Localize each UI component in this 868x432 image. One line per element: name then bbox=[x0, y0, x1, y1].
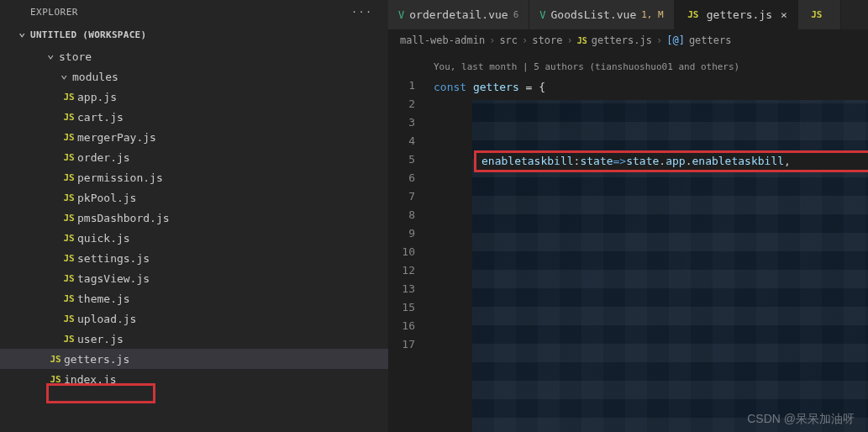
file-item[interactable]: JSorder.js bbox=[0, 147, 388, 167]
explorer-title: EXPLORER bbox=[30, 7, 78, 18]
line-number: 12 bbox=[388, 261, 415, 280]
code-line-1[interactable]: const getters = { bbox=[430, 78, 868, 97]
breadcrumb-part[interactable]: mall-web-admin bbox=[400, 34, 485, 46]
code-area[interactable]: You, last month | 5 authors (tianshuoshu… bbox=[430, 51, 868, 432]
file-item[interactable]: JSsettings.js bbox=[0, 248, 388, 268]
line-number: 10 bbox=[388, 243, 415, 261]
file-label: upload.js bbox=[77, 313, 136, 325]
file-item[interactable]: JSapp.js bbox=[0, 87, 388, 107]
breadcrumb-part[interactable]: store bbox=[532, 34, 562, 46]
file-label: app.js bbox=[77, 91, 117, 103]
js-icon: JS bbox=[60, 132, 77, 143]
file-tree: store modules JSapp.jsJScart.jsJSmergerP… bbox=[0, 45, 388, 389]
file-item[interactable]: JSupload.js bbox=[0, 308, 388, 329]
js-icon: JS bbox=[685, 9, 702, 20]
workspace-title: UNTITLED (WORKSPACE) bbox=[30, 29, 146, 40]
highlighted-code-line[interactable]: enabletaskbill: state => state.app.enabl… bbox=[474, 150, 868, 172]
chevron-right-icon: › bbox=[522, 34, 528, 46]
line-number: 15 bbox=[388, 298, 415, 317]
js-icon: JS bbox=[60, 273, 77, 284]
breadcrumb-part[interactable]: getters bbox=[689, 34, 732, 46]
line-number: 3 bbox=[388, 113, 415, 132]
workspace-header[interactable]: UNTITLED (WORKSPACE) bbox=[0, 24, 388, 45]
editor-tab[interactable]: Vorderdetail.vue6 bbox=[388, 0, 529, 29]
js-icon: JS bbox=[60, 233, 77, 244]
line-gutter: 12345678910 1213 151617 bbox=[388, 51, 430, 432]
line-number: 13 bbox=[388, 280, 415, 298]
line-number: 5 bbox=[388, 150, 415, 169]
chevron-down-icon bbox=[18, 28, 30, 41]
line-number: 9 bbox=[388, 224, 415, 243]
file-label: cart.js bbox=[77, 111, 124, 124]
file-item[interactable]: JSpmsDashbord.js bbox=[0, 208, 388, 228]
line-number: 8 bbox=[388, 206, 415, 224]
line-number: 17 bbox=[388, 335, 415, 354]
editor-body[interactable]: 12345678910 1213 151617 You, last month … bbox=[388, 51, 868, 432]
file-item[interactable]: JSgetters.js bbox=[0, 349, 388, 369]
codelens[interactable]: You, last month | 5 authors (tianshuoshu… bbox=[430, 58, 868, 76]
editor-tab[interactable]: JSgetters.js× bbox=[675, 0, 798, 29]
more-icon[interactable]: ··· bbox=[351, 7, 373, 18]
js-icon: JS bbox=[47, 374, 64, 385]
js-icon: JS bbox=[60, 152, 77, 163]
file-item[interactable]: JStheme.js bbox=[0, 288, 388, 308]
line-number: 2 bbox=[388, 95, 415, 113]
js-icon: JS bbox=[60, 192, 77, 203]
js-icon: JS bbox=[60, 313, 77, 324]
file-item[interactable]: JStagsView.js bbox=[0, 268, 388, 288]
line-number: 6 bbox=[388, 169, 415, 187]
folder-store[interactable]: store bbox=[0, 46, 388, 66]
line-number: 1 bbox=[388, 76, 415, 95]
tab-badge: 1, M bbox=[641, 9, 664, 20]
file-item[interactable]: JScart.js bbox=[0, 107, 388, 127]
symbol-icon: [@] bbox=[666, 34, 685, 46]
file-label: getters.js bbox=[64, 353, 129, 366]
file-label: index.js bbox=[64, 373, 117, 386]
file-label: quick.js bbox=[77, 232, 130, 245]
js-icon: JS bbox=[47, 354, 64, 365]
chevron-down-icon bbox=[47, 50, 59, 63]
file-item[interactable]: JSpermission.js bbox=[0, 167, 388, 187]
line-number: 7 bbox=[388, 187, 415, 206]
chevron-right-icon: › bbox=[656, 34, 662, 46]
js-icon: JS bbox=[60, 293, 77, 304]
editor-tabs: Vorderdetail.vue6VGoodsList.vue1, MJSget… bbox=[388, 0, 868, 29]
file-item[interactable]: JSuser.js bbox=[0, 329, 388, 349]
file-item[interactable]: JSindex.js bbox=[0, 369, 388, 389]
vue-icon: V bbox=[398, 9, 404, 21]
editor-tab[interactable]: JS bbox=[798, 0, 841, 29]
js-icon: JS bbox=[60, 172, 77, 183]
close-icon[interactable]: × bbox=[781, 8, 787, 21]
watermark: CSDN @呆呆加油呀 bbox=[747, 412, 855, 427]
chevron-right-icon: › bbox=[566, 34, 572, 46]
explorer-header: EXPLORER ··· bbox=[0, 0, 388, 24]
tab-label: getters.js bbox=[707, 8, 772, 21]
tab-label: GoodsList.vue bbox=[551, 8, 637, 21]
file-label: order.js bbox=[77, 151, 130, 164]
breadcrumbs[interactable]: mall-web-admin › src › store › JS getter… bbox=[388, 29, 868, 51]
file-label: permission.js bbox=[77, 171, 163, 184]
breadcrumb-part[interactable]: src bbox=[499, 34, 518, 46]
file-item[interactable]: JSpkPool.js bbox=[0, 187, 388, 208]
file-label: pkPool.js bbox=[77, 192, 136, 204]
chevron-right-icon: › bbox=[489, 34, 495, 46]
js-icon: JS bbox=[60, 92, 77, 103]
file-label: pmsDashbord.js bbox=[77, 212, 170, 224]
js-icon: JS bbox=[60, 112, 77, 123]
file-item[interactable]: JSmergerPay.js bbox=[0, 127, 388, 147]
tab-badge: 6 bbox=[513, 9, 519, 20]
folder-modules[interactable]: modules bbox=[0, 66, 388, 87]
tab-label: orderdetail.vue bbox=[409, 8, 508, 21]
js-icon: JS bbox=[577, 36, 587, 45]
line-number: 16 bbox=[388, 317, 415, 335]
file-label: tagsView.js bbox=[77, 272, 150, 285]
file-label: mergerPay.js bbox=[77, 131, 156, 144]
breadcrumb-part[interactable]: getters.js bbox=[592, 34, 652, 46]
file-label: settings.js bbox=[77, 252, 150, 265]
js-icon: JS bbox=[60, 334, 77, 345]
editor-tab[interactable]: VGoodsList.vue1, M bbox=[529, 0, 674, 29]
js-icon: JS bbox=[60, 253, 77, 264]
vue-icon: V bbox=[539, 9, 545, 21]
file-item[interactable]: JSquick.js bbox=[0, 228, 388, 248]
editor-pane: Vorderdetail.vue6VGoodsList.vue1, MJSget… bbox=[388, 0, 868, 432]
